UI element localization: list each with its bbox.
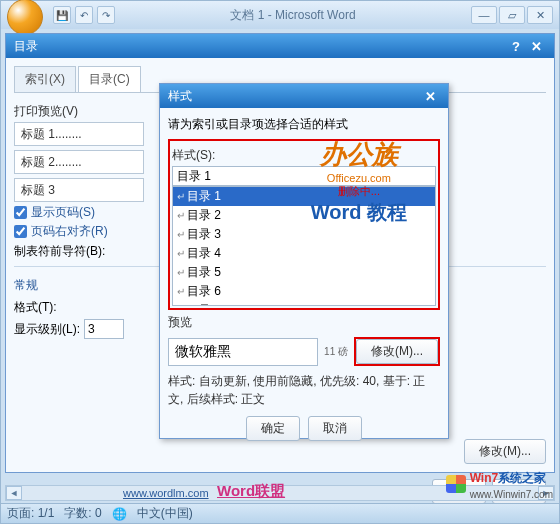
font-size-hint: 11 磅 <box>324 345 348 359</box>
status-lang-icon: 🌐 <box>112 507 127 521</box>
style-cancel-button[interactable]: 取消 <box>308 416 362 441</box>
style-close-icon[interactable]: ✕ <box>420 89 440 104</box>
maximize-button[interactable]: ▱ <box>499 6 525 24</box>
status-language: 中文(中国) <box>137 505 193 522</box>
style-dialog: 样式 ✕ 请为索引或目录项选择合适的样式 样式(S): ↵目录 1 ↵目录 2 … <box>159 83 449 439</box>
style-instruction: 请为索引或目录项选择合适的样式 <box>168 116 440 133</box>
list-item[interactable]: ↵目录 1 <box>173 187 435 206</box>
list-item[interactable]: ↵目录 2 <box>173 206 435 225</box>
list-item[interactable]: ↵目录 5 <box>173 263 435 282</box>
show-page-number-checkbox[interactable] <box>14 206 27 219</box>
style-list-label: 样式(S): <box>172 147 215 164</box>
show-level-input[interactable] <box>84 319 124 339</box>
window-controls: — ▱ ✕ <box>471 6 553 24</box>
style-selection-highlight: 样式(S): ↵目录 1 ↵目录 2 ↵目录 3 ↵目录 4 ↵目录 5 ↵目录… <box>168 139 440 310</box>
redo-icon[interactable]: ↷ <box>97 6 115 24</box>
word-app-window: 💾 ↶ ↷ 文档 1 - Microsoft Word — ▱ ✕ 目录 ? ✕… <box>0 0 560 524</box>
heading-preview-2: 标题 2........ <box>14 150 144 174</box>
style-listbox[interactable]: ↵目录 1 ↵目录 2 ↵目录 3 ↵目录 4 ↵目录 5 ↵目录 6 ↵目录 … <box>172 186 436 306</box>
arrow-icon: ↵ <box>177 248 185 259</box>
quick-access-toolbar: 💾 ↶ ↷ <box>53 6 115 24</box>
style-description: 样式: 自动更新, 使用前隐藏, 优先级: 40, 基于: 正文, 后续样式: … <box>168 372 440 408</box>
format-label: 格式(T): <box>14 299 57 316</box>
help-icon[interactable]: ? <box>506 39 526 54</box>
heading-preview-1: 标题 1........ <box>14 122 144 146</box>
close-button[interactable]: ✕ <box>527 6 553 24</box>
style-titlebar: 样式 ✕ <box>160 84 448 108</box>
minimize-button[interactable]: — <box>471 6 497 24</box>
show-page-number-label: 显示页码(S) <box>31 204 95 221</box>
wordlm-url[interactable]: www.wordlm.com <box>123 487 209 499</box>
style-name-input[interactable] <box>172 166 436 186</box>
status-bar: 页面: 1/1 字数: 0 🌐 中文(中国) <box>1 503 559 523</box>
arrow-icon: ↵ <box>177 267 185 278</box>
status-words: 字数: 0 <box>64 505 101 522</box>
right-align-checkbox[interactable] <box>14 225 27 238</box>
preview-label: 预览 <box>168 314 192 331</box>
style-title: 样式 <box>168 88 192 105</box>
app-title: 文档 1 - Microsoft Word <box>115 7 471 24</box>
toc-modify-button[interactable]: 修改(M)... <box>464 439 546 464</box>
common-group-label: 常规 <box>14 277 38 294</box>
right-align-label: 页码右对齐(R) <box>31 223 108 240</box>
status-page: 页面: 1/1 <box>7 505 54 522</box>
arrow-icon: ↵ <box>177 286 185 297</box>
show-level-label: 显示级别(L): <box>14 321 80 338</box>
wordlm-link[interactable]: Word联盟 <box>217 482 285 501</box>
save-icon[interactable]: 💾 <box>53 6 71 24</box>
style-modify-button[interactable]: 修改(M)... <box>356 339 438 364</box>
arrow-icon: ↵ <box>177 210 185 221</box>
word-titlebar: 💾 ↶ ↷ 文档 1 - Microsoft Word — ▱ ✕ <box>1 1 559 29</box>
office-button[interactable] <box>7 0 43 35</box>
toc-titlebar: 目录 ? ✕ <box>6 34 554 58</box>
list-item[interactable]: ↵目录 4 <box>173 244 435 263</box>
arrow-icon: ↵ <box>177 191 185 202</box>
list-item[interactable]: ↵目录 3 <box>173 225 435 244</box>
list-item[interactable]: ↵目录 6 <box>173 282 435 301</box>
arrow-icon: ↵ <box>177 305 185 306</box>
print-preview-label: 打印预览(V) <box>14 103 78 120</box>
font-preview-box: 微软雅黑 <box>168 338 318 366</box>
tab-toc[interactable]: 目录(C) <box>78 66 141 92</box>
close-icon[interactable]: ✕ <box>526 39 546 54</box>
arrow-icon: ↵ <box>177 229 185 240</box>
undo-icon[interactable]: ↶ <box>75 6 93 24</box>
style-ok-button[interactable]: 确定 <box>246 416 300 441</box>
heading-preview-3: 标题 3 <box>14 178 144 202</box>
tab-leader-label: 制表符前导符(B): <box>14 243 105 260</box>
scroll-right-icon[interactable]: ► <box>538 486 554 500</box>
list-item[interactable]: ↵目录 7 <box>173 301 435 306</box>
toc-title: 目录 <box>14 38 38 55</box>
scroll-left-icon[interactable]: ◄ <box>6 486 22 500</box>
tab-index[interactable]: 索引(X) <box>14 66 76 92</box>
